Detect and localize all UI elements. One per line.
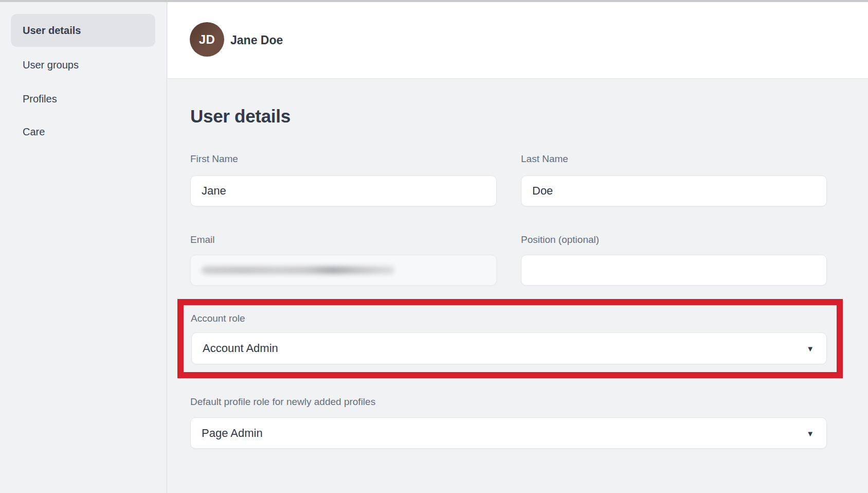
- account-role-value: Account Admin: [203, 342, 278, 355]
- first-name-input[interactable]: [190, 175, 497, 206]
- default-profile-role-value: Page Admin: [202, 427, 263, 440]
- sidebar-item-profiles[interactable]: Profiles: [11, 82, 155, 115]
- sidebar-item-label: User groups: [23, 59, 79, 71]
- default-profile-role-select[interactable]: Page Admin ▼: [190, 417, 827, 449]
- sidebar-item-label: User details: [23, 25, 81, 37]
- user-name: Jane Doe: [230, 2, 283, 79]
- chevron-down-icon: ▼: [806, 345, 814, 353]
- sidebar-item-user-details[interactable]: User details: [11, 14, 155, 47]
- position-input[interactable]: [521, 255, 827, 286]
- email-label: Email: [190, 234, 215, 245]
- last-name-label: Last Name: [521, 153, 568, 165]
- sidebar-item-label: Profiles: [23, 93, 57, 105]
- avatar: JD: [190, 22, 224, 57]
- position-label: Position (optional): [521, 234, 599, 245]
- avatar-initials: JD: [199, 32, 215, 47]
- account-role-label: Account role: [191, 313, 245, 324]
- page-title: User details: [190, 106, 291, 127]
- account-role-select[interactable]: Account Admin ▼: [191, 332, 827, 364]
- user-header: JD Jane Doe: [168, 2, 868, 79]
- last-name-input[interactable]: [521, 175, 827, 206]
- chevron-down-icon: ▼: [806, 429, 814, 437]
- sidebar-item-user-groups[interactable]: User groups: [11, 48, 155, 81]
- first-name-label: First Name: [190, 153, 238, 165]
- sidebar-item-label: Care: [23, 126, 45, 138]
- email-input: [190, 255, 497, 286]
- settings-sidebar: User details User groups Profiles Care: [0, 2, 167, 493]
- redacted-email-value: [202, 267, 394, 274]
- sidebar-item-care[interactable]: Care: [11, 115, 155, 148]
- default-profile-role-label: Default profile role for newly added pro…: [190, 396, 375, 408]
